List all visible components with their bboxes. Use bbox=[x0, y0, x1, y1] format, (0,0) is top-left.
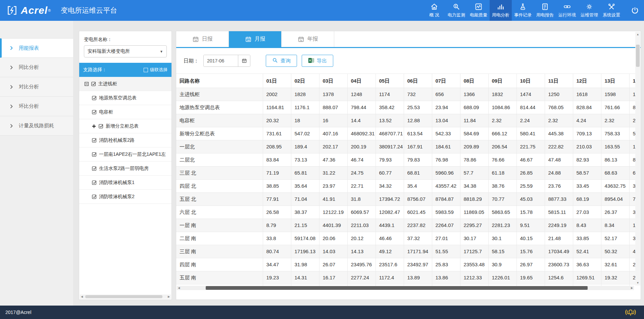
station-select[interactable]: 安科瑞新大楼变电所 ▼ bbox=[84, 45, 167, 57]
tab-monthly[interactable]: 1M月报 bbox=[229, 31, 282, 47]
cell-value: 71.04 bbox=[291, 193, 319, 206]
tree-item[interactable]: 主进线柜 bbox=[79, 77, 171, 91]
row-circuit-name: 六层 北 bbox=[176, 206, 263, 219]
col-header-day: 13日 bbox=[601, 74, 629, 88]
checkbox-checked-icon[interactable] bbox=[91, 81, 96, 86]
nav-item-energy-quality[interactable]: 电能质量 bbox=[467, 0, 490, 21]
date-input[interactable] bbox=[204, 55, 238, 66]
cell-value: 31.8 bbox=[347, 193, 376, 206]
cell-value: 52.41 bbox=[573, 245, 601, 258]
tree-item[interactable]: 地源热泵空调总表 bbox=[79, 91, 171, 105]
cell-value: 24.88 bbox=[545, 167, 573, 180]
cell-value: 16 bbox=[319, 114, 347, 127]
checkbox-checked-icon[interactable] bbox=[92, 138, 97, 143]
row-circuit-name: 一层 南 bbox=[176, 219, 263, 232]
cell-value: 584.69 bbox=[460, 127, 488, 140]
checkbox-checked-icon[interactable] bbox=[92, 152, 97, 157]
vertical-scrollbar[interactable]: ▲ ▼ bbox=[635, 32, 640, 285]
col-header-day: 06日 bbox=[404, 74, 432, 88]
alarm-bell-icon[interactable] bbox=[625, 308, 637, 317]
tab-daily[interactable]: 1d日报 bbox=[176, 31, 229, 47]
sidebar-item-yoy-analysis[interactable]: 同比分析 bbox=[0, 58, 73, 77]
nav-item-settings[interactable]: 系统设置 bbox=[600, 0, 623, 21]
tab-yearly[interactable]: 1y年报 bbox=[282, 31, 334, 47]
power-icon[interactable] bbox=[631, 6, 639, 15]
row-circuit-name: 五层 北 bbox=[176, 193, 263, 206]
tree-item[interactable]: 电容柜 bbox=[79, 105, 171, 119]
calendar-button[interactable] bbox=[238, 55, 250, 66]
sidebar-item-label: 对比分析 bbox=[19, 84, 39, 90]
scroll-left-icon[interactable]: ◀ bbox=[80, 294, 84, 299]
cell-value: 15.78 bbox=[516, 206, 545, 219]
nav-item-usage-analysis[interactable]: 用电分析 bbox=[490, 0, 512, 21]
scroll-right-icon[interactable]: ▶ bbox=[630, 286, 634, 290]
cascade-select[interactable]: 级联选择 bbox=[144, 67, 167, 73]
cell-value: 31.22 bbox=[319, 167, 347, 180]
expander-plus-icon[interactable] bbox=[92, 124, 97, 128]
nav-item-report[interactable]: 用电报告 bbox=[534, 0, 556, 21]
query-button[interactable]: 查询 bbox=[266, 55, 297, 67]
cascade-checkbox[interactable] bbox=[144, 68, 148, 72]
cell-value: 12082.47 bbox=[376, 206, 404, 219]
cell-value: 15.76 bbox=[516, 245, 545, 258]
tree-item[interactable]: 新增分立柜总表 bbox=[79, 119, 171, 133]
sidebar-item-line-loss[interactable]: 计量及线路损耗 bbox=[0, 116, 73, 136]
nav-item-om[interactable]: 运维管理 bbox=[578, 0, 600, 21]
nav-item-power-monitor[interactable]: 电力监测 bbox=[445, 0, 467, 21]
cell-value: 60.77 bbox=[376, 167, 404, 180]
checkbox-checked-icon[interactable] bbox=[92, 109, 97, 115]
sidebar-item-compare[interactable]: 对比分析 bbox=[0, 77, 73, 97]
sidebar-menu: 用能报表同比分析对比分析环比分析计量及线路损耗 bbox=[0, 38, 73, 136]
tree-item[interactable]: 消防喷淋机械泵1 bbox=[79, 176, 171, 190]
cell-value: 17171.94 bbox=[404, 245, 432, 258]
tree-item[interactable]: 消防栓机械泵2路 bbox=[79, 133, 171, 147]
cell-value: 8.79 bbox=[263, 219, 291, 232]
checkbox-checked-icon[interactable] bbox=[92, 166, 97, 171]
tree-item[interactable]: 生活水泵2路一层弱电房 bbox=[79, 162, 171, 176]
checkbox-checked-icon[interactable] bbox=[92, 194, 97, 199]
cell-value: 13.04 bbox=[432, 114, 460, 127]
scroll-down-icon[interactable]: ▼ bbox=[635, 280, 640, 285]
cell-value: 45.03 bbox=[516, 193, 545, 206]
date-label: 日期： bbox=[184, 58, 199, 64]
magnifier-bolt-icon bbox=[452, 3, 460, 11]
sidebar-item-mom-analysis[interactable]: 环比分析 bbox=[0, 97, 73, 116]
vertical-scrollbar-thumb[interactable] bbox=[636, 45, 640, 67]
cell-value: 26.58 bbox=[263, 206, 291, 219]
cell-value: 200.19 bbox=[347, 140, 376, 153]
cell-value: 17034.49 bbox=[545, 245, 573, 258]
table-horizontal-scrollbar[interactable]: ◀ ▶ bbox=[177, 286, 634, 290]
tree-horizontal-scrollbar[interactable]: ◀ ▶ bbox=[80, 294, 171, 299]
cell-value: 57.7 bbox=[460, 167, 488, 180]
expander-minus-icon[interactable] bbox=[85, 82, 89, 86]
scroll-left-icon[interactable]: ◀ bbox=[177, 286, 181, 290]
cell-value: 4.24 bbox=[573, 114, 601, 127]
cell-value: 21.15 bbox=[291, 219, 319, 232]
cell-value: 86.13 bbox=[601, 153, 629, 167]
nav-item-label: 用电分析 bbox=[492, 12, 509, 18]
cell-value: 38.85 bbox=[263, 180, 291, 193]
cell-value: 82.93 bbox=[573, 153, 601, 167]
table-scrollbar-thumb[interactable] bbox=[206, 286, 588, 290]
nav-item-environment[interactable]: 运行环境 bbox=[556, 0, 578, 21]
table-row: 五层 南19.2314.3116.172277.241172.413.8913.… bbox=[176, 271, 636, 284]
sidebar-item-energy-report[interactable]: 用能报表 bbox=[0, 38, 73, 58]
nav-item-events[interactable]: 事件记录 bbox=[512, 0, 534, 21]
branch-select-header: 支路选择： 级联选择 bbox=[79, 63, 171, 77]
cell-value: 1176.1 bbox=[291, 101, 319, 114]
scroll-up-icon[interactable]: ▲ bbox=[635, 32, 640, 37]
checkbox-checked-icon[interactable] bbox=[99, 124, 104, 129]
checkbox-checked-icon[interactable] bbox=[92, 95, 97, 100]
search-icon bbox=[272, 57, 278, 64]
tree-item[interactable]: 一层南1APE2右一层北1APE1左 bbox=[79, 147, 171, 162]
station-select-value: 安科瑞新大楼变电所 bbox=[88, 48, 130, 54]
tree-scrollbar-thumb[interactable] bbox=[85, 295, 162, 298]
cell-value: 580.41 bbox=[516, 127, 545, 140]
checkbox-checked-icon[interactable] bbox=[92, 180, 97, 185]
scroll-right-icon[interactable]: ▶ bbox=[167, 294, 171, 299]
cell-value: 17196.13 bbox=[291, 245, 319, 258]
cell-value: 798.44 bbox=[347, 101, 376, 114]
nav-item-overview[interactable]: 概 况 bbox=[423, 0, 445, 21]
export-button[interactable]: X 导出 bbox=[302, 55, 333, 67]
tree-item[interactable]: 消防喷淋机械泵2 bbox=[79, 190, 171, 204]
